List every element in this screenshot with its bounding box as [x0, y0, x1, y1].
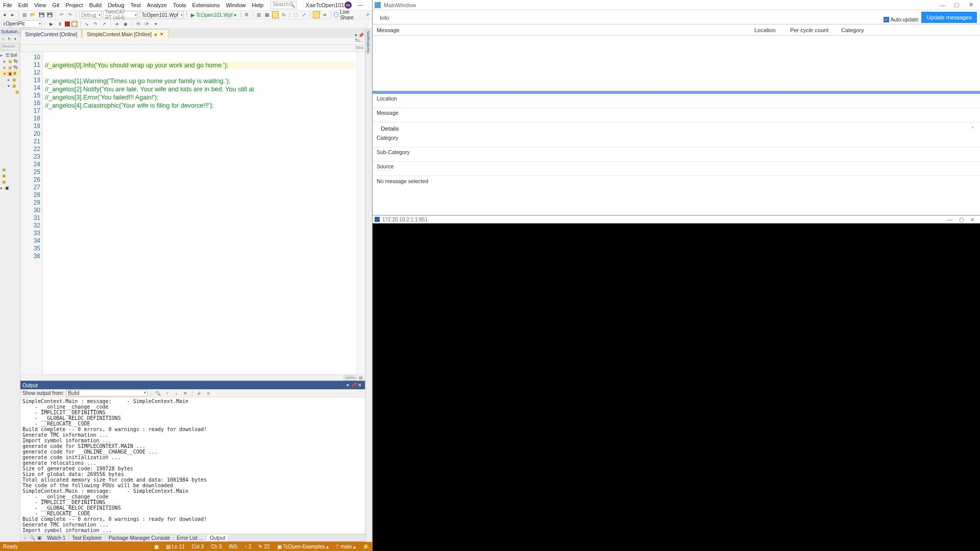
output-wrap-icon[interactable]: ↲	[195, 390, 203, 397]
scan-icon[interactable]: ⤢	[301, 11, 307, 18]
output-pin-icon[interactable]: 📌	[351, 383, 357, 388]
startup-dropdown[interactable]: TcOpen101.Wpf	[139, 11, 184, 18]
code-editor[interactable]: //_angelos[0].Info('You should wrap up y…	[43, 52, 357, 374]
menu-build[interactable]: Build	[86, 2, 105, 8]
tab-watch1[interactable]: Watch 1	[44, 535, 69, 541]
tab-test-explorer[interactable]: Test Explorer	[69, 535, 105, 541]
menu-window[interactable]: Window	[223, 2, 249, 8]
step-out-icon[interactable]: ↗	[101, 20, 108, 28]
tool-home-icon[interactable]: ⌂	[22, 535, 28, 541]
split-icon[interactable]: ▤	[359, 375, 363, 380]
redo-icon[interactable]: ↷	[67, 11, 74, 18]
feedback-icon[interactable]: ↗	[364, 11, 371, 18]
config-dropdown[interactable]: Debug	[79, 11, 102, 18]
menu-help[interactable]: Help	[249, 2, 267, 8]
tool-find-icon[interactable]: 🔍	[29, 535, 35, 541]
tab-error-list[interactable]: Error List ...	[174, 535, 207, 541]
mw-close-button[interactable]: ✕	[964, 2, 978, 8]
output-source-dropdown[interactable]: Build	[66, 390, 148, 396]
hex-icon[interactable]: ⟲	[135, 20, 142, 28]
zoom-control[interactable]: 100%	[344, 375, 357, 381]
nav-fwd-icon[interactable]: ►	[9, 11, 16, 18]
col-per-cycle-count[interactable]: Per cycle count	[786, 27, 837, 33]
terminal-body[interactable]	[373, 223, 980, 551]
tree-node-tc1[interactable]: Tc	[13, 59, 18, 64]
tab-simplecontext-main[interactable]: SimpleContext.Main [Online] ● ✕	[82, 29, 168, 38]
solution-search-input[interactable]: Search Solu	[1, 43, 19, 51]
menu-extensions[interactable]: Extensions	[189, 2, 223, 8]
new-file-icon[interactable]: ▤	[21, 11, 28, 18]
tab-dropdown-icon[interactable]: ▾	[355, 33, 357, 38]
status-upload[interactable]: ↑ 2	[244, 544, 252, 549]
nav-back-icon[interactable]: ◄	[1, 11, 8, 18]
menu-view[interactable]: View	[31, 2, 50, 8]
tree-node-x[interactable]: X	[13, 71, 16, 76]
properties-icon[interactable]: ⚙	[243, 11, 250, 18]
notifications-tab[interactable]: Notifications	[365, 29, 371, 55]
menu-project[interactable]: Project	[62, 2, 86, 8]
minimize-button[interactable]: —	[355, 2, 366, 9]
step-over-icon[interactable]: ↷	[92, 20, 99, 28]
output-clear-icon[interactable]: ✕	[182, 390, 189, 397]
message-grid-body[interactable]	[373, 36, 980, 91]
tree-node-solution[interactable]: Sol	[10, 53, 17, 58]
term-minimize-button[interactable]: —	[944, 217, 955, 222]
user-badge[interactable]: IN	[345, 2, 352, 9]
refresh-icon[interactable]: ↻	[7, 36, 12, 41]
show-next-icon[interactable]: ➔	[113, 20, 120, 28]
term-close-button[interactable]: ✕	[967, 217, 978, 222]
more-icon[interactable]: ▾	[152, 20, 159, 28]
show-online-icon[interactable]	[313, 11, 320, 18]
save-all-icon[interactable]: 💾	[46, 11, 53, 18]
threads-icon[interactable]: ⟳	[143, 20, 151, 28]
step-into-icon[interactable]: ↘	[83, 20, 90, 28]
home-icon[interactable]: ⌂	[1, 36, 6, 41]
process-dropdown[interactable]: cOpenPlc	[1, 20, 42, 28]
layout-icon[interactable]: ▦	[264, 11, 271, 18]
open-icon[interactable]: 📂	[30, 11, 36, 18]
output-find-icon[interactable]: 🔍	[154, 390, 161, 397]
menu-tools[interactable]: Tools	[170, 2, 189, 8]
term-maximize-button[interactable]: ▢	[955, 217, 967, 222]
search-input[interactable]: Search 🔍	[271, 1, 297, 9]
minimap[interactable]	[357, 52, 365, 374]
platform-dropdown[interactable]: TwinCAT RT (x64)	[103, 11, 138, 18]
save-icon[interactable]: 💾	[38, 11, 44, 18]
pin-tab-icon[interactable]: 📌	[358, 33, 364, 38]
output-dropdown-icon[interactable]: ▾	[345, 383, 351, 388]
menu-file[interactable]: File	[0, 2, 15, 8]
status-download[interactable]: ✎ 22	[258, 544, 270, 549]
solution-tree[interactable]: ▸☰Sol ▸▣Tc ▸▣Tc ▾▣X ▸▣ ▾▣ ▣ ▣ ▣ ▣ ▸▣	[0, 51, 20, 542]
status-branch[interactable]: ᛘ main ▴	[336, 544, 356, 549]
tree-node-tc2[interactable]: Tc	[13, 65, 18, 70]
update-messages-button[interactable]: Update messages	[921, 12, 977, 23]
live-share-button[interactable]: Live Share	[334, 9, 363, 20]
editor-search-hint[interactable]: Sea	[355, 45, 363, 52]
toolbox-icon[interactable]: ▥	[256, 11, 262, 18]
tab-info[interactable]: Info	[376, 13, 393, 24]
breakpoints-icon[interactable]: ◉	[122, 20, 129, 28]
menu-test[interactable]: Test	[128, 2, 144, 8]
restart-debug-icon[interactable]	[71, 21, 78, 27]
start-debug-button[interactable]: ▶ TcOpen101.Wpf ▾	[189, 12, 238, 18]
tool-tc-icon[interactable]: ▣	[36, 535, 42, 541]
output-text[interactable]: SimpleContext.Main : message: - SimpleCo…	[20, 397, 365, 534]
output-close-icon[interactable]: ✕	[357, 383, 363, 388]
mw-minimize-button[interactable]: —	[935, 2, 949, 8]
output-next-icon[interactable]: ↓	[173, 390, 180, 397]
continue-icon[interactable]: ▶	[47, 20, 55, 28]
nav-bar-dropdown[interactable]: To...	[355, 38, 363, 44]
mw-maximize-button[interactable]: ▢	[949, 2, 964, 8]
undo-icon[interactable]: ↶	[59, 11, 65, 18]
output-toggle-icon[interactable]: ≡	[205, 390, 212, 397]
target-icon[interactable]: ⬚	[292, 11, 299, 18]
menu-git[interactable]: Git	[49, 2, 62, 8]
menu-debug[interactable]: Debug	[105, 2, 127, 8]
col-category[interactable]: Category	[837, 27, 980, 33]
login-icon[interactable]: ➜	[322, 11, 328, 18]
tab-simplecontext[interactable]: SimpleContext [Online]	[20, 29, 82, 38]
tab-pmc[interactable]: Package Manager Console	[106, 535, 174, 541]
close-tab-icon[interactable]: ✕	[160, 32, 164, 37]
activate-config-icon[interactable]	[272, 11, 279, 18]
collapse-icon[interactable]: ▾	[13, 36, 18, 41]
